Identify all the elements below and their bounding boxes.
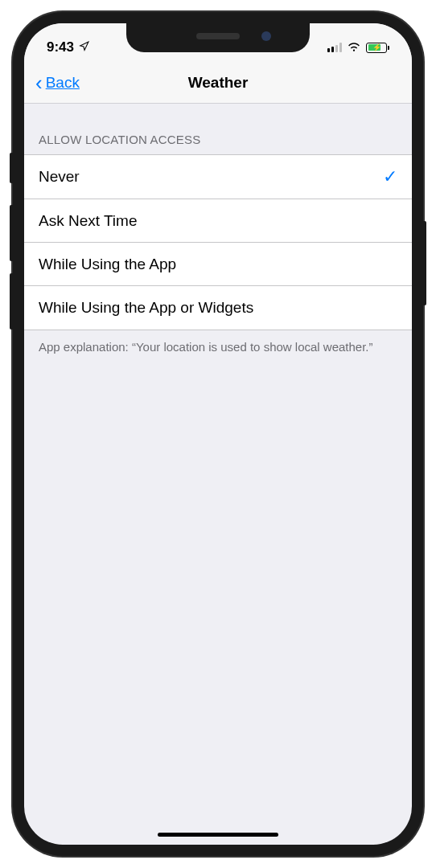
content-area: ALLOW LOCATION ACCESS Never ✓ Ask Next T… <box>24 104 412 363</box>
power-button <box>423 221 426 305</box>
screen: 9:43 <box>24 23 412 845</box>
option-ask-next-time[interactable]: Ask Next Time <box>24 199 412 243</box>
back-button[interactable]: ‹ Back <box>35 72 80 93</box>
option-while-using-app[interactable]: While Using the App <box>24 243 412 286</box>
location-services-icon <box>79 41 89 54</box>
volume-down-button <box>10 273 13 330</box>
status-time: 9:43 <box>47 39 74 55</box>
cellular-signal-icon <box>327 43 342 52</box>
section-header: ALLOW LOCATION ACCESS <box>24 104 412 154</box>
option-never[interactable]: Never ✓ <box>24 155 412 199</box>
option-label: While Using the App or Widgets <box>39 299 253 317</box>
checkmark-icon: ✓ <box>383 166 397 187</box>
option-label: Ask Next Time <box>39 212 137 230</box>
silent-switch <box>10 153 13 183</box>
option-label: While Using the App <box>39 256 176 273</box>
option-while-using-app-or-widgets[interactable]: While Using the App or Widgets <box>24 286 412 330</box>
battery-icon: ⚡ <box>366 43 389 53</box>
volume-up-button <box>10 205 13 261</box>
home-indicator[interactable] <box>158 833 278 837</box>
location-access-list: Never ✓ Ask Next Time While Using the Ap… <box>24 154 412 330</box>
section-footer: App explanation: “Your location is used … <box>24 330 412 363</box>
page-title: Weather <box>188 74 249 92</box>
chevron-left-icon: ‹ <box>35 72 43 93</box>
navigation-bar: ‹ Back Weather <box>24 62 412 104</box>
option-label: Never <box>39 168 80 186</box>
device-frame: 9:43 <box>13 12 423 856</box>
notch <box>126 23 310 52</box>
back-label: Back <box>46 74 80 92</box>
wifi-icon <box>347 40 361 55</box>
